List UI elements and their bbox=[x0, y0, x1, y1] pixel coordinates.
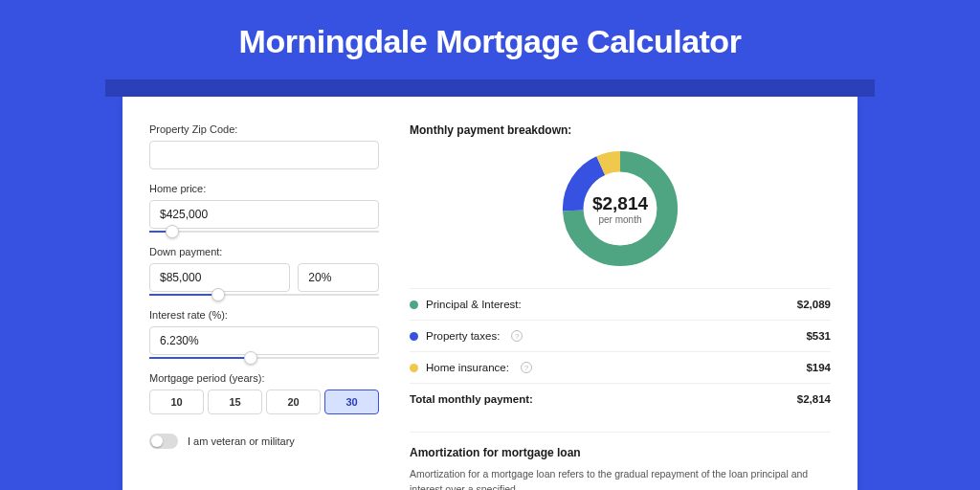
legend-label: Home insurance: bbox=[426, 362, 509, 373]
toggle-knob bbox=[151, 435, 163, 447]
period-button-20[interactable]: 20 bbox=[266, 390, 321, 414]
home-price-label: Home price: bbox=[149, 183, 379, 194]
total-value: $2,814 bbox=[797, 393, 831, 405]
mortgage-period-field: Mortgage period (years): 10 15 20 30 bbox=[149, 372, 379, 414]
legend-label: Principal & Interest: bbox=[426, 299, 522, 310]
zip-label: Property Zip Code: bbox=[149, 123, 379, 135]
home-price-field: Home price: bbox=[149, 183, 379, 233]
amortization-section: Amortization for mortgage loan Amortizat… bbox=[410, 432, 831, 490]
accent-ribbon bbox=[105, 79, 875, 97]
legend-row-principal: Principal & Interest: $2,089 bbox=[410, 288, 831, 320]
veteran-toggle-label: I am veteran or military bbox=[188, 435, 295, 447]
zip-field: Property Zip Code: bbox=[149, 123, 379, 169]
veteran-toggle-row: I am veteran or military bbox=[149, 434, 379, 449]
info-icon[interactable]: ? bbox=[511, 330, 523, 342]
donut-center-sub: per month bbox=[598, 214, 641, 225]
period-button-30[interactable]: 30 bbox=[324, 390, 379, 414]
period-button-10[interactable]: 10 bbox=[149, 390, 204, 414]
breakdown-column: Monthly payment breakdown: $2,814 per mo… bbox=[410, 123, 831, 490]
interest-rate-field: Interest rate (%): bbox=[149, 309, 379, 359]
legend-row-taxes: Property taxes: ? $531 bbox=[410, 320, 831, 351]
veteran-toggle[interactable] bbox=[149, 434, 178, 449]
mortgage-period-label: Mortgage period (years): bbox=[149, 372, 379, 384]
legend-value: $531 bbox=[806, 330, 831, 342]
zip-input[interactable] bbox=[149, 141, 379, 169]
interest-rate-input[interactable] bbox=[149, 326, 379, 355]
down-payment-field: Down payment: bbox=[149, 246, 379, 296]
donut-center-value: $2,814 bbox=[592, 193, 648, 214]
breakdown-title: Monthly payment breakdown: bbox=[410, 123, 831, 137]
legend-label: Property taxes: bbox=[426, 330, 500, 342]
down-payment-label: Down payment: bbox=[149, 246, 379, 257]
legend-row-total: Total monthly payment: $2,814 bbox=[410, 383, 831, 414]
dot-icon bbox=[410, 332, 418, 341]
legend-value: $2,089 bbox=[797, 299, 831, 310]
dot-icon bbox=[410, 364, 418, 372]
dot-icon bbox=[410, 301, 418, 309]
down-payment-percent-input[interactable] bbox=[298, 263, 379, 292]
period-button-15[interactable]: 15 bbox=[208, 390, 262, 414]
amortization-title: Amortization for mortgage loan bbox=[410, 446, 831, 459]
page-title: Morningdale Mortgage Calculator bbox=[0, 23, 980, 60]
form-column: Property Zip Code: Home price: Down paym… bbox=[149, 123, 379, 490]
slider-thumb[interactable] bbox=[166, 225, 179, 238]
slider-thumb[interactable] bbox=[212, 288, 225, 301]
legend-value: $194 bbox=[806, 362, 831, 373]
home-price-slider[interactable] bbox=[149, 231, 379, 233]
donut-chart: $2,814 per month bbox=[410, 146, 831, 271]
down-payment-slider[interactable] bbox=[149, 294, 379, 296]
hero: Morningdale Mortgage Calculator bbox=[0, 0, 980, 79]
donut-center: $2,814 per month bbox=[558, 146, 682, 271]
calculator-panel: Property Zip Code: Home price: Down paym… bbox=[122, 97, 858, 490]
interest-rate-label: Interest rate (%): bbox=[149, 309, 379, 321]
slider-thumb[interactable] bbox=[244, 351, 257, 365]
home-price-input[interactable] bbox=[149, 200, 379, 229]
total-label: Total monthly payment: bbox=[410, 393, 533, 405]
period-buttons: 10 15 20 30 bbox=[149, 390, 379, 414]
amortization-text: Amortization for a mortgage loan refers … bbox=[410, 467, 831, 490]
legend-row-insurance: Home insurance: ? $194 bbox=[410, 351, 831, 383]
info-icon[interactable]: ? bbox=[521, 362, 532, 373]
interest-rate-slider[interactable] bbox=[149, 357, 379, 359]
